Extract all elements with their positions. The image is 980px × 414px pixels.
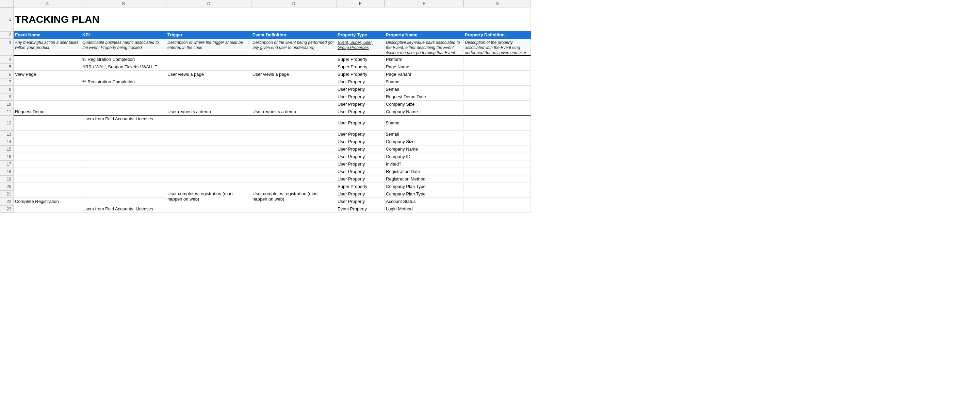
cell-F20[interactable]: Company Plan Type [385,183,463,190]
col-header-C[interactable]: C [166,0,251,8]
cell-A9[interactable] [14,93,81,101]
cell-E13[interactable]: User Property [336,130,385,138]
cell-B21[interactable] [81,190,166,198]
cell-F7[interactable]: $name [385,78,463,86]
col-header-D[interactable]: D [251,0,336,8]
cell-G9[interactable] [463,93,531,101]
cell-G20[interactable] [463,183,531,190]
select-all-corner[interactable] [0,0,14,8]
col-header-A[interactable]: A [14,0,81,8]
cell-A23[interactable] [14,205,81,213]
row-header-15[interactable]: 15 [0,146,14,153]
cell-B9[interactable] [81,93,166,101]
row-header-8[interactable]: 8 [0,86,14,93]
cell-B19[interactable] [81,175,166,183]
cell-E21[interactable]: User Property [336,190,385,198]
cell-F19[interactable]: Registration Method [385,175,463,183]
row-header-11[interactable]: 11 [0,108,14,116]
cell-C11[interactable]: User requests a demo [166,108,251,116]
cell-E10[interactable]: User Property [336,101,385,108]
cell-D23[interactable] [251,205,336,213]
row-header-14[interactable]: 14 [0,138,14,146]
cell-F14[interactable]: Company Size [385,138,463,146]
cell-G10[interactable] [463,101,531,108]
cell-F9[interactable]: Request Demo Date [385,93,463,101]
cell-C21[interactable]: User completes registration (must happen… [166,190,251,205]
cell-D5[interactable] [251,63,336,71]
cell-G12[interactable] [463,116,531,130]
cell-G6[interactable] [463,71,531,78]
cell-B17[interactable] [81,160,166,168]
cell-F18[interactable]: Registration Date [385,168,463,175]
cell-A15[interactable] [14,146,81,153]
row-header-6[interactable]: 6 [0,71,14,78]
cell-G5[interactable] [463,63,531,71]
cell-F11[interactable]: Company Name [385,108,463,116]
col-header-B[interactable]: B [81,0,166,8]
cell-A10[interactable] [14,101,81,108]
cell-B20[interactable] [81,183,166,190]
row-header-16[interactable]: 16 [0,153,14,160]
cell-F4[interactable]: Platform [385,56,463,63]
cell-E4[interactable]: Super Property [336,56,385,63]
row-header-22[interactable]: 22 [0,198,14,205]
cell-F21[interactable]: Company Plan Type [385,190,463,198]
cell-D10[interactable] [251,101,336,108]
cell-G15[interactable] [463,146,531,153]
cell-E8[interactable]: User Property [336,86,385,93]
cell-D17[interactable] [251,160,336,168]
cell-E9[interactable]: User Property [336,93,385,101]
row-header-4[interactable]: 4 [0,56,14,63]
row-header-13[interactable]: 13 [0,130,14,138]
cell-B8[interactable] [81,86,166,93]
row-header-5[interactable]: 5 [0,63,14,71]
cell-D16[interactable] [251,153,336,160]
cell-B12[interactable]: Users from Paid Accounts, Licenses [81,116,166,130]
cell-A19[interactable] [14,175,81,183]
cell-D4[interactable] [251,56,336,63]
cell-C7[interactable] [166,78,251,86]
cell-D20[interactable] [251,183,336,190]
cell-C14[interactable] [166,138,251,146]
cell-C15[interactable] [166,146,251,153]
cell-F12[interactable]: $name [385,116,463,130]
cell-A13[interactable] [14,130,81,138]
cell-A4[interactable] [14,56,81,63]
cell-G22[interactable] [463,198,531,205]
cell-B15[interactable] [81,146,166,153]
row-header-21[interactable]: 21 [0,190,14,198]
cell-G11[interactable] [463,108,531,116]
cell-E6[interactable]: Super Property [336,71,385,78]
cell-C20[interactable] [166,183,251,190]
cell-B10[interactable] [81,101,166,108]
cell-A21[interactable] [14,190,81,198]
row-header-17[interactable]: 17 [0,160,14,168]
cell-G8[interactable] [463,86,531,93]
cell-A14[interactable] [14,138,81,146]
cell-B22[interactable] [81,198,166,205]
col-header-E[interactable]: E [336,0,385,8]
cell-F17[interactable]: Invited? [385,160,463,168]
cell-B5[interactable]: ARR / WAU, Support Tickets / WAU, T [81,63,166,71]
cell-G13[interactable] [463,130,531,138]
cell-E18[interactable]: User Property [336,168,385,175]
cell-F16[interactable]: Company ID [385,153,463,160]
cell-C10[interactable] [166,101,251,108]
row-header-3[interactable]: 3 [0,39,14,56]
cell-E12[interactable]: User Property [336,116,385,130]
cell-A5[interactable] [14,63,81,71]
cell-F6[interactable]: Page Variant [385,71,463,78]
cell-E16[interactable]: User Property [336,153,385,160]
row-header-2[interactable]: 2 [0,31,14,39]
cell-A20[interactable] [14,183,81,190]
cell-D7[interactable] [251,78,336,86]
cell-C17[interactable] [166,160,251,168]
cell-D15[interactable] [251,146,336,153]
spreadsheet-grid[interactable]: ABCDEFG1TRACKING PLAN2Event NameKPITrigg… [0,0,980,213]
cell-A18[interactable] [14,168,81,175]
cell-E7[interactable]: User Property [336,78,385,86]
cell-F10[interactable]: Company Size [385,101,463,108]
cell-C8[interactable] [166,86,251,93]
row-header-18[interactable]: 18 [0,168,14,175]
cell-A7[interactable] [14,78,81,86]
